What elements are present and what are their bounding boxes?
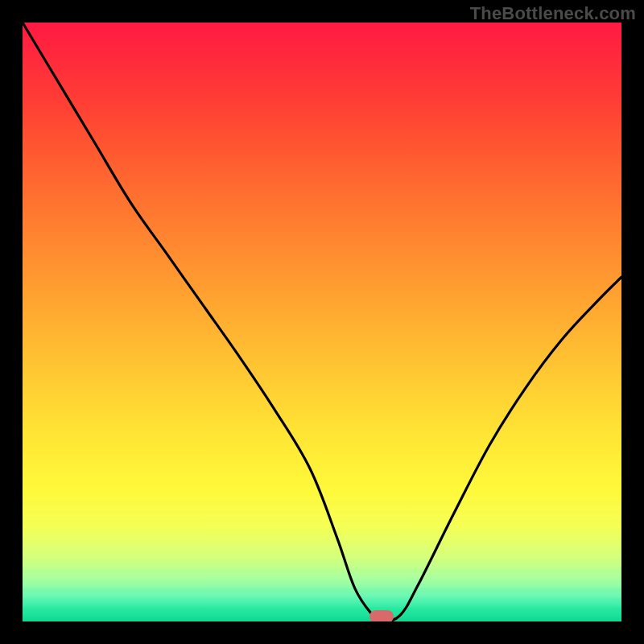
plot-area <box>23 23 621 621</box>
minimum-marker <box>369 610 394 621</box>
watermark-text: TheBottleneck.com <box>470 3 636 24</box>
bottleneck-curve <box>23 23 621 621</box>
chart-frame: TheBottleneck.com <box>0 0 644 644</box>
